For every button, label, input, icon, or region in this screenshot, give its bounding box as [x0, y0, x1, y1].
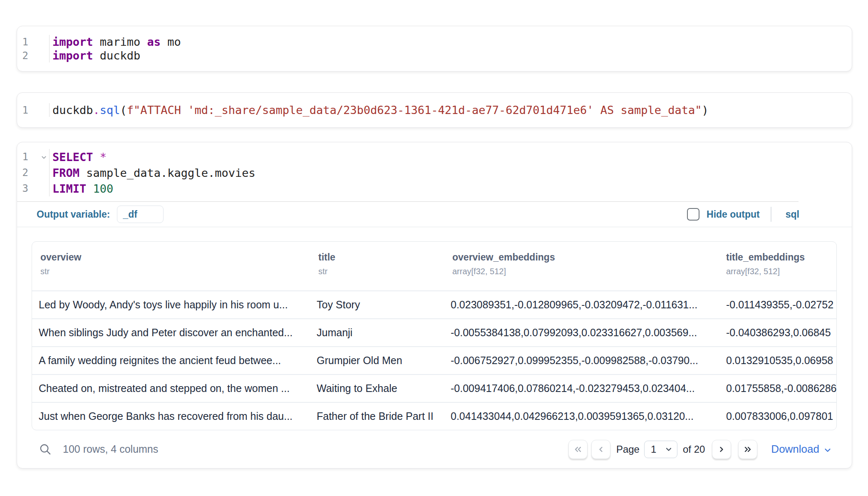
- table-row[interactable]: Led by Woody, Andy's toys live happily i…: [32, 291, 836, 319]
- table-cell: 0.01755858,-0.0086286: [722, 382, 836, 394]
- gutter: 123: [17, 149, 50, 196]
- table-header-row: overviewstrtitlestroverview_embeddingsar…: [32, 242, 836, 291]
- column-dtype: array[f32, 512]: [726, 267, 836, 276]
- output-variable-input[interactable]: [117, 206, 164, 223]
- page-select[interactable]: 1: [644, 441, 677, 458]
- column-dtype: str: [318, 267, 444, 276]
- column-dtype: str: [40, 267, 310, 276]
- table-cell: -0.0055384138,0.07992093,0.023316627,0.0…: [444, 327, 722, 339]
- line-number: 2: [17, 49, 49, 62]
- code-lines[interactable]: SELECT *FROM sample_data.kaggle.moviesLI…: [50, 149, 852, 196]
- chevrons-left-icon: [573, 444, 583, 454]
- code-line[interactable]: import duckdb: [52, 49, 852, 62]
- table-row[interactable]: Just when George Banks has recovered fro…: [32, 403, 836, 430]
- chevrons-right-icon: [743, 444, 753, 454]
- gutter: 1: [17, 103, 50, 117]
- table-cell: When siblings Judy and Peter discover an…: [32, 327, 310, 339]
- fold-chevron-icon[interactable]: [40, 154, 47, 161]
- hide-output-label[interactable]: Hide output: [707, 209, 760, 220]
- table-cell: 0.007833006,0.097801: [722, 410, 836, 422]
- column-name: title: [318, 252, 444, 263]
- table-row[interactable]: When siblings Judy and Peter discover an…: [32, 319, 836, 347]
- table-cell: Toy Story: [310, 299, 444, 311]
- table-cell: Grumpier Old Men: [310, 355, 444, 367]
- table-cell: Jumanji: [310, 327, 444, 339]
- column-name: overview: [40, 252, 310, 263]
- code-cell-imports[interactable]: 12 import marimo as moimport duckdb: [17, 26, 852, 72]
- table-cell: -0.009417406,0.07860214,-0.023279453,0.0…: [444, 382, 722, 394]
- chevron-right-icon: [717, 444, 727, 454]
- table-cell: -0.011439355,-0.02752: [722, 299, 836, 311]
- download-button[interactable]: Download: [771, 443, 832, 456]
- column-name: title_embeddings: [726, 252, 836, 263]
- sql-cell[interactable]: 123 SELECT *FROM sample_data.kaggle.movi…: [17, 142, 852, 469]
- column-header-title[interactable]: titlestr: [310, 242, 444, 290]
- hide-output-checkbox[interactable]: [687, 208, 699, 221]
- code-line[interactable]: LIMIT 100: [52, 181, 852, 196]
- line-number: 2: [17, 165, 49, 181]
- table-cell: Just when George Banks has recovered fro…: [32, 410, 310, 422]
- chevron-down-icon: [823, 446, 832, 455]
- table-cell: Cheated on, mistreated and stepped on, t…: [32, 382, 310, 394]
- column-name: overview_embeddings: [452, 252, 722, 263]
- column-header-title_embeddings[interactable]: title_embeddingsarray[f32, 512]: [722, 242, 836, 290]
- line-number: 1: [17, 103, 49, 117]
- code-line[interactable]: duckdb.sql(f"ATTACH 'md:_share/sample_da…: [52, 103, 852, 117]
- table-cell: Waiting to Exhale: [310, 382, 444, 394]
- page-label: Page: [616, 444, 640, 455]
- page-select-value: 1: [651, 444, 665, 455]
- line-number: 3: [17, 181, 49, 196]
- column-header-overview_embeddings[interactable]: overview_embeddingsarray[f32, 512]: [444, 242, 722, 290]
- previous-page-button[interactable]: [591, 440, 610, 459]
- cell-output: overviewstrtitlestroverview_embeddingsar…: [17, 227, 852, 468]
- table-cell: 0.023089351,-0.012809965,-0.03209472,-0.…: [444, 299, 722, 311]
- table-cell: 0.0132910535,0.06958: [722, 355, 836, 367]
- chevron-down-icon: [665, 445, 673, 454]
- line-number: 1: [17, 35, 49, 49]
- chevron-left-icon: [596, 444, 606, 454]
- row-count-summary: 100 rows, 4 columns: [63, 443, 158, 455]
- table-row[interactable]: A family wedding reignites the ancient f…: [32, 347, 836, 375]
- column-header-overview[interactable]: overviewstr: [32, 242, 310, 290]
- result-table: overviewstrtitlestroverview_embeddingsar…: [32, 241, 837, 430]
- code-editor[interactable]: 1 duckdb.sql(f"ATTACH 'md:_share/sample_…: [17, 103, 852, 117]
- sql-toolbar: Output variable: Hide output sql: [17, 202, 852, 227]
- page-total: of 20: [683, 444, 705, 455]
- sql-editor[interactable]: 123 SELECT *FROM sample_data.kaggle.movi…: [17, 142, 852, 201]
- column-dtype: array[f32, 512]: [452, 267, 722, 276]
- table-cell: Father of the Bride Part II: [310, 410, 444, 422]
- next-page-button[interactable]: [712, 440, 731, 459]
- table-body: Led by Woody, Andy's toys live happily i…: [32, 291, 836, 430]
- table-footer: 100 rows, 4 columns Page 1: [17, 430, 852, 468]
- table-cell: A family wedding reignites the ancient f…: [32, 355, 310, 367]
- code-lines[interactable]: import marimo as moimport duckdb: [50, 35, 852, 62]
- table-cell: -0.006752927,0.099952355,-0.009982588,-0…: [444, 355, 722, 367]
- last-page-button[interactable]: [738, 440, 757, 459]
- table-cell: 0.041433044,0.042966213,0.0039591365,0.0…: [444, 410, 722, 422]
- gutter: 12: [17, 35, 50, 62]
- code-editor[interactable]: 12 import marimo as moimport duckdb: [17, 35, 852, 62]
- search-button[interactable]: [39, 443, 52, 456]
- table-cell: Led by Woody, Andy's toys live happily i…: [32, 299, 310, 311]
- first-page-button[interactable]: [568, 440, 588, 459]
- code-line[interactable]: import marimo as mo: [52, 35, 852, 49]
- pagination: Page 1 of 20: [568, 440, 832, 459]
- code-line[interactable]: SELECT *: [52, 149, 852, 165]
- search-icon: [39, 443, 52, 456]
- code-lines[interactable]: duckdb.sql(f"ATTACH 'md:_share/sample_da…: [50, 103, 852, 117]
- language-badge[interactable]: sql: [786, 209, 799, 220]
- code-cell-attach[interactable]: 1 duckdb.sql(f"ATTACH 'md:_share/sample_…: [17, 92, 852, 128]
- download-label: Download: [771, 443, 819, 456]
- toolbar-divider: [771, 207, 771, 222]
- output-variable-label: Output variable:: [37, 209, 110, 220]
- line-number: 1: [17, 149, 49, 165]
- code-line[interactable]: FROM sample_data.kaggle.movies: [52, 165, 852, 181]
- table-row[interactable]: Cheated on, mistreated and stepped on, t…: [32, 375, 836, 403]
- table-cell: -0.040386293,0.06845: [722, 327, 836, 339]
